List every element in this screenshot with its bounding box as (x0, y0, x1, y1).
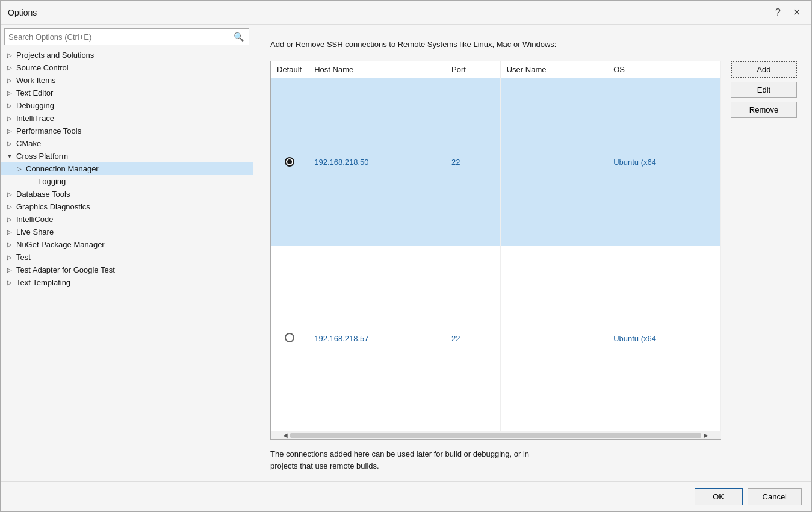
cancel-button[interactable]: Cancel (748, 488, 802, 505)
radio-button[interactable] (285, 157, 294, 167)
tree-item[interactable]: ▷Test (1, 251, 253, 264)
tree-arrow-icon: ▼ (5, 153, 14, 159)
tree-arrow-icon: ▷ (5, 115, 14, 122)
tree-item[interactable]: ▷Connection Manager (1, 162, 253, 175)
tree-item[interactable]: ▷Database Tools (1, 188, 253, 200)
os-cell: Ubuntu (x64 (607, 246, 721, 431)
tree-area: ▷Projects and Solutions▷Source Control▷W… (1, 48, 253, 481)
radio-cell[interactable] (271, 246, 308, 431)
tree-item[interactable]: ▼Cross Platform (1, 150, 253, 162)
tree-item[interactable]: ▷Performance Tools (1, 125, 253, 137)
radio-button[interactable] (285, 333, 294, 342)
search-box: 🔍 (4, 28, 249, 45)
options-dialog: Options ? ✕ 🔍 ▷Projects and Solutions▷So… (0, 0, 812, 512)
title-bar-controls: ? ✕ (772, 7, 804, 19)
tree-arrow-icon: ▷ (5, 102, 14, 109)
tree-item[interactable]: ▷Work Items (1, 74, 253, 87)
tree-item-label: IntelliTrace (16, 114, 54, 123)
search-input[interactable] (5, 31, 229, 43)
tree-item[interactable]: ▷IntelliCode (1, 213, 253, 226)
table-header-row: Default Host Name Port User Name OS (271, 61, 721, 78)
tree-item-label: Database Tools (16, 190, 70, 199)
tree-arrow-icon: ▷ (5, 267, 14, 273)
tree-arrow-icon: ▷ (5, 64, 14, 71)
horizontal-scrollbar[interactable]: ◀ ▶ (271, 431, 721, 439)
tree-arrow-icon: ▷ (5, 191, 14, 197)
action-buttons: Add Edit Remove (731, 61, 797, 440)
tree-arrow-icon: ▷ (5, 90, 14, 96)
tree-item-label: Text Editor (16, 88, 53, 97)
connections-table: Default Host Name Port User Name OS 192.… (271, 61, 721, 431)
search-button[interactable]: 🔍 (229, 32, 249, 42)
tree-item-label: CMake (16, 139, 41, 148)
footer-note: The connections added here can be used l… (270, 448, 797, 472)
tree-item[interactable]: ▷Graphics Diagnostics (1, 200, 253, 213)
main-description: Add or Remove SSH connections to Remote … (270, 39, 797, 50)
tree-item-label: Projects and Solutions (16, 51, 94, 60)
tree-item-label: NuGet Package Manager (16, 240, 105, 249)
host-cell: 192.168.218.57 (308, 246, 445, 431)
right-panel: Add or Remove SSH connections to Remote … (253, 25, 811, 481)
tree-item-label: Test Adapter for Google Test (16, 265, 115, 274)
port-cell: 22 (445, 246, 501, 431)
dialog-footer: OK Cancel (1, 481, 811, 511)
tree-item[interactable]: ▷Projects and Solutions (1, 49, 253, 61)
remove-button[interactable]: Remove (731, 102, 797, 118)
tree-arrow-icon: ▷ (5, 254, 14, 261)
connections-table-wrapper: Default Host Name Port User Name OS 192.… (270, 61, 721, 440)
tree-item-label: Connection Manager (26, 164, 99, 173)
tree-item[interactable]: ▷Debugging (1, 99, 253, 112)
tree-item-label: Debugging (16, 101, 54, 110)
col-port: Port (445, 61, 501, 78)
user-cell (500, 78, 607, 246)
scroll-right-arrow[interactable]: ▶ (704, 432, 708, 439)
col-hostname: Host Name (308, 61, 445, 78)
scroll-left-arrow[interactable]: ◀ (283, 432, 288, 439)
tree-item[interactable]: ▷Text Templating (1, 276, 253, 289)
tree-arrow-icon: ▷ (5, 128, 14, 134)
tree-arrow-icon: ▷ (5, 229, 14, 235)
ok-button[interactable]: OK (695, 488, 743, 505)
tree-item-label: Cross Platform (16, 152, 68, 161)
tree-item-label: Source Control (16, 63, 69, 72)
tree-arrow-icon: ▷ (5, 203, 14, 210)
tree-arrow-icon: ▷ (5, 52, 14, 58)
host-cell: 192.168.218.50 (308, 78, 445, 246)
port-cell: 22 (445, 78, 501, 246)
tree-arrow-icon: ▷ (5, 241, 14, 248)
radio-cell[interactable] (271, 78, 308, 246)
content-area: 🔍 ▷Projects and Solutions▷Source Control… (1, 25, 811, 481)
tree-arrow-icon: ▷ (5, 77, 14, 84)
tree-item[interactable]: ▷Text Editor (1, 87, 253, 99)
tree-item[interactable]: Logging (1, 175, 253, 188)
tree-arrow-icon: ▷ (15, 165, 23, 172)
tree-item[interactable]: ▷NuGet Package Manager (1, 238, 253, 251)
left-panel: 🔍 ▷Projects and Solutions▷Source Control… (1, 25, 253, 481)
scroll-track[interactable] (290, 433, 701, 438)
tree-item-label: IntelliCode (16, 215, 53, 224)
connections-area: Default Host Name Port User Name OS 192.… (270, 61, 797, 440)
tree-item-label: Live Share (16, 227, 54, 236)
tree-item-label: Performance Tools (16, 126, 81, 135)
tree-item-label: Graphics Diagnostics (16, 202, 90, 211)
tree-item-label: Work Items (16, 76, 56, 85)
help-button[interactable]: ? (772, 7, 784, 19)
tree-item[interactable]: ▷IntelliTrace (1, 112, 253, 125)
add-button[interactable]: Add (731, 61, 797, 78)
col-username: User Name (500, 61, 607, 78)
close-button[interactable]: ✕ (789, 7, 804, 19)
table-row[interactable]: 192.168.218.5722Ubuntu (x64 (271, 246, 721, 431)
tree-arrow-icon: ▷ (5, 279, 14, 286)
table-row[interactable]: 192.168.218.5022Ubuntu (x64 (271, 78, 721, 246)
tree-item-label: Logging (38, 177, 66, 186)
col-default: Default (271, 61, 308, 78)
tree-arrow-icon: ▷ (5, 140, 14, 147)
edit-button[interactable]: Edit (731, 82, 797, 98)
tree-item[interactable]: ▷CMake (1, 137, 253, 150)
tree-item-label: Test (16, 253, 31, 262)
col-os: OS (607, 61, 721, 78)
tree-item[interactable]: ▷Live Share (1, 226, 253, 238)
tree-item[interactable]: ▷Source Control (1, 61, 253, 74)
tree-item[interactable]: ▷Test Adapter for Google Test (1, 264, 253, 276)
tree-item-label: Text Templating (16, 278, 70, 287)
